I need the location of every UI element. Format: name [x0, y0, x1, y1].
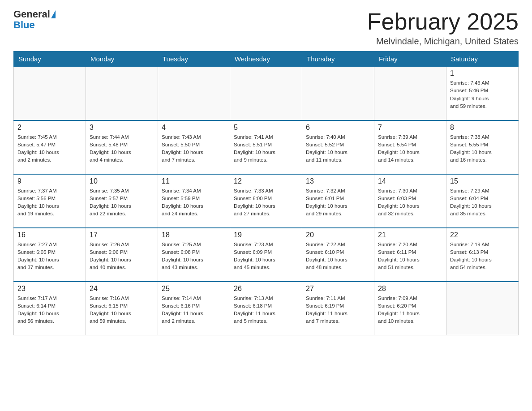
day-number: 21	[378, 231, 442, 239]
calendar-cell: 8Sunrise: 7:38 AM Sunset: 5:55 PM Daylig…	[446, 120, 519, 174]
day-info: Sunrise: 7:29 AM Sunset: 6:04 PM Dayligh…	[450, 187, 515, 218]
calendar-cell: 23Sunrise: 7:17 AM Sunset: 6:14 PM Dayli…	[14, 282, 86, 335]
calendar-cell: 27Sunrise: 7:11 AM Sunset: 6:19 PM Dayli…	[302, 282, 374, 335]
day-number: 9	[17, 177, 82, 185]
day-info: Sunrise: 7:35 AM Sunset: 5:57 PM Dayligh…	[90, 187, 154, 218]
day-info: Sunrise: 7:27 AM Sunset: 6:05 PM Dayligh…	[17, 241, 82, 272]
day-number: 22	[450, 231, 515, 239]
day-info: Sunrise: 7:09 AM Sunset: 6:20 PM Dayligh…	[378, 295, 442, 325]
day-info: Sunrise: 7:26 AM Sunset: 6:06 PM Dayligh…	[90, 241, 154, 272]
calendar-cell: 22Sunrise: 7:19 AM Sunset: 6:13 PM Dayli…	[446, 228, 519, 282]
calendar-week-row: 23Sunrise: 7:17 AM Sunset: 6:14 PM Dayli…	[14, 282, 519, 335]
calendar-table: SundayMondayTuesdayWednesdayThursdayFrid…	[13, 51, 519, 335]
day-number: 24	[90, 285, 154, 293]
day-number: 28	[378, 285, 442, 293]
day-number: 18	[162, 231, 226, 239]
page-header: General Blue February 2025 Melvindale, M…	[13, 9, 519, 47]
header-wednesday: Wednesday	[230, 51, 302, 67]
day-number: 14	[378, 177, 442, 185]
day-info: Sunrise: 7:13 AM Sunset: 6:18 PM Dayligh…	[234, 295, 298, 325]
calendar-title: February 2025	[367, 9, 519, 34]
day-info: Sunrise: 7:40 AM Sunset: 5:52 PM Dayligh…	[306, 133, 370, 164]
calendar-cell: 26Sunrise: 7:13 AM Sunset: 6:18 PM Dayli…	[230, 282, 302, 335]
day-number: 11	[162, 177, 226, 185]
day-number: 27	[306, 285, 370, 293]
calendar-cell	[302, 67, 374, 120]
calendar-cell	[158, 67, 230, 120]
calendar-week-row: 1Sunrise: 7:46 AM Sunset: 5:46 PM Daylig…	[14, 67, 519, 120]
day-info: Sunrise: 7:37 AM Sunset: 5:56 PM Dayligh…	[17, 187, 82, 218]
calendar-location: Melvindale, Michigan, United States	[367, 36, 519, 47]
calendar-cell	[14, 67, 86, 120]
calendar-week-row: 16Sunrise: 7:27 AM Sunset: 6:05 PM Dayli…	[14, 228, 519, 282]
calendar-cell: 12Sunrise: 7:33 AM Sunset: 6:00 PM Dayli…	[230, 174, 302, 228]
calendar-cell: 17Sunrise: 7:26 AM Sunset: 6:06 PM Dayli…	[86, 228, 158, 282]
calendar-cell: 6Sunrise: 7:40 AM Sunset: 5:52 PM Daylig…	[302, 120, 374, 174]
calendar-header-row: SundayMondayTuesdayWednesdayThursdayFrid…	[14, 51, 519, 67]
calendar-cell: 13Sunrise: 7:32 AM Sunset: 6:01 PM Dayli…	[302, 174, 374, 228]
day-number: 17	[90, 231, 154, 239]
header-sunday: Sunday	[14, 51, 86, 67]
calendar-cell: 5Sunrise: 7:41 AM Sunset: 5:51 PM Daylig…	[230, 120, 302, 174]
logo: General Blue	[13, 9, 56, 30]
day-number: 6	[306, 124, 370, 132]
day-number: 15	[450, 177, 515, 185]
header-monday: Monday	[86, 51, 158, 67]
day-number: 26	[234, 285, 298, 293]
day-info: Sunrise: 7:46 AM Sunset: 5:46 PM Dayligh…	[450, 79, 515, 110]
day-info: Sunrise: 7:14 AM Sunset: 6:16 PM Dayligh…	[162, 295, 226, 325]
day-info: Sunrise: 7:43 AM Sunset: 5:50 PM Dayligh…	[162, 133, 226, 164]
calendar-cell: 3Sunrise: 7:44 AM Sunset: 5:48 PM Daylig…	[86, 120, 158, 174]
calendar-cell: 7Sunrise: 7:39 AM Sunset: 5:54 PM Daylig…	[374, 120, 446, 174]
day-number: 12	[234, 177, 298, 185]
day-info: Sunrise: 7:17 AM Sunset: 6:14 PM Dayligh…	[17, 295, 82, 325]
header-tuesday: Tuesday	[158, 51, 230, 67]
calendar-cell: 21Sunrise: 7:20 AM Sunset: 6:11 PM Dayli…	[374, 228, 446, 282]
day-info: Sunrise: 7:30 AM Sunset: 6:03 PM Dayligh…	[378, 187, 442, 218]
day-info: Sunrise: 7:25 AM Sunset: 6:08 PM Dayligh…	[162, 241, 226, 272]
calendar-week-row: 9Sunrise: 7:37 AM Sunset: 5:56 PM Daylig…	[14, 174, 519, 228]
day-number: 7	[378, 124, 442, 132]
header-thursday: Thursday	[302, 51, 374, 67]
calendar-cell: 9Sunrise: 7:37 AM Sunset: 5:56 PM Daylig…	[14, 174, 86, 228]
calendar-cell: 24Sunrise: 7:16 AM Sunset: 6:15 PM Dayli…	[86, 282, 158, 335]
calendar-cell: 15Sunrise: 7:29 AM Sunset: 6:04 PM Dayli…	[446, 174, 519, 228]
day-number: 10	[90, 177, 154, 185]
calendar-cell: 16Sunrise: 7:27 AM Sunset: 6:05 PM Dayli…	[14, 228, 86, 282]
day-info: Sunrise: 7:11 AM Sunset: 6:19 PM Dayligh…	[306, 295, 370, 325]
calendar-cell	[230, 67, 302, 120]
day-number: 4	[162, 124, 226, 132]
title-block: February 2025 Melvindale, Michigan, Unit…	[367, 9, 519, 47]
calendar-cell	[374, 67, 446, 120]
day-number: 25	[162, 285, 226, 293]
day-info: Sunrise: 7:38 AM Sunset: 5:55 PM Dayligh…	[450, 133, 515, 164]
header-saturday: Saturday	[446, 51, 519, 67]
calendar-cell: 28Sunrise: 7:09 AM Sunset: 6:20 PM Dayli…	[374, 282, 446, 335]
day-info: Sunrise: 7:32 AM Sunset: 6:01 PM Dayligh…	[306, 187, 370, 218]
day-info: Sunrise: 7:44 AM Sunset: 5:48 PM Dayligh…	[90, 133, 154, 164]
day-info: Sunrise: 7:41 AM Sunset: 5:51 PM Dayligh…	[234, 133, 298, 164]
calendar-cell: 11Sunrise: 7:34 AM Sunset: 5:59 PM Dayli…	[158, 174, 230, 228]
calendar-cell: 4Sunrise: 7:43 AM Sunset: 5:50 PM Daylig…	[158, 120, 230, 174]
day-info: Sunrise: 7:39 AM Sunset: 5:54 PM Dayligh…	[378, 133, 442, 164]
calendar-cell: 19Sunrise: 7:23 AM Sunset: 6:09 PM Dayli…	[230, 228, 302, 282]
calendar-cell: 14Sunrise: 7:30 AM Sunset: 6:03 PM Dayli…	[374, 174, 446, 228]
day-info: Sunrise: 7:34 AM Sunset: 5:59 PM Dayligh…	[162, 187, 226, 218]
header-friday: Friday	[374, 51, 446, 67]
day-number: 8	[450, 124, 515, 132]
day-info: Sunrise: 7:20 AM Sunset: 6:11 PM Dayligh…	[378, 241, 442, 272]
day-number: 19	[234, 231, 298, 239]
logo-triangle-icon	[51, 10, 56, 18]
logo-general: General	[13, 9, 50, 20]
day-number: 2	[17, 124, 82, 132]
logo-blue: Blue	[13, 19, 35, 30]
calendar-cell: 20Sunrise: 7:22 AM Sunset: 6:10 PM Dayli…	[302, 228, 374, 282]
day-number: 1	[450, 69, 515, 77]
day-number: 5	[234, 124, 298, 132]
calendar-cell: 10Sunrise: 7:35 AM Sunset: 5:57 PM Dayli…	[86, 174, 158, 228]
day-number: 16	[17, 231, 82, 239]
calendar-cell: 1Sunrise: 7:46 AM Sunset: 5:46 PM Daylig…	[446, 67, 519, 120]
day-info: Sunrise: 7:33 AM Sunset: 6:00 PM Dayligh…	[234, 187, 298, 218]
day-info: Sunrise: 7:19 AM Sunset: 6:13 PM Dayligh…	[450, 241, 515, 272]
calendar-cell: 25Sunrise: 7:14 AM Sunset: 6:16 PM Dayli…	[158, 282, 230, 335]
